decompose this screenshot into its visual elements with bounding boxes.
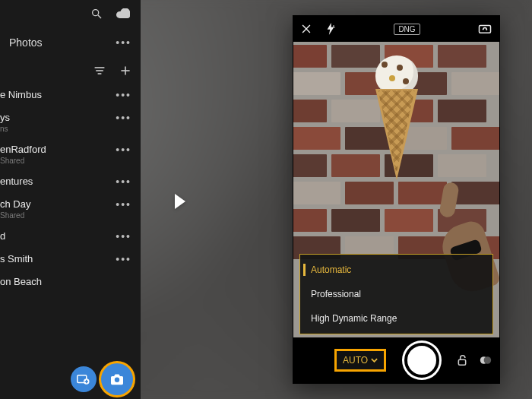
camera-viewfinder: Automatic Professional High Dynamic Rang… [293,42,499,337]
svg-rect-14 [458,359,465,365]
import-button[interactable] [71,366,97,392]
brick [293,127,340,150]
album-list: e Nimbus ••• ysns ••• enRadfordShared ••… [0,84,141,359]
mode-hdr[interactable]: High Dynamic Range [300,306,492,331]
more-icon[interactable]: ••• [116,176,131,188]
brick [293,72,340,95]
brick [293,45,327,68]
brick [345,182,394,204]
brick [331,154,380,177]
album-title: ys [0,112,10,123]
list-item[interactable]: ysns ••• [0,106,141,138]
camera-panel: A DNG [293,15,500,384]
album-title: entures [0,176,33,187]
svg-point-9 [115,378,119,382]
brick [438,100,486,122]
album-subtitle: Shared [0,157,46,165]
list-item[interactable]: on Beach [0,271,141,293]
brick [331,45,380,68]
brick [331,209,380,232]
camera-button[interactable] [101,363,133,395]
camera-bottombar: AUTO [293,337,499,383]
lock-open-icon[interactable] [457,354,467,366]
list-item[interactable]: e Nimbus ••• [0,84,141,106]
search-icon[interactable] [90,8,103,20]
album-subtitle: ns [0,125,10,133]
album-title: s Smith [0,253,33,264]
list-item[interactable]: s Smith ••• [0,248,141,271]
album-subtitle: Shared [0,211,30,220]
album-title: enRadford [0,144,46,155]
cloud-icon[interactable] [116,8,130,19]
brick [451,72,499,95]
sort-icon[interactable] [93,65,106,76]
svg-point-16 [484,356,492,364]
brick [451,127,499,150]
list-item[interactable]: enRadfordShared ••• [0,138,141,170]
all-photos-header[interactable]: Photos ••• [0,27,141,58]
more-icon[interactable]: ••• [116,112,131,124]
add-icon[interactable] [119,65,131,77]
more-icon[interactable]: ••• [116,36,131,49]
overlay-icon[interactable] [480,355,492,366]
album-title: on Beach [0,276,42,287]
dng-badge[interactable]: DNG [394,24,420,35]
brick [293,154,327,177]
flash-icon[interactable]: A [325,23,336,35]
more-icon[interactable]: ••• [116,144,131,156]
library-bottombar [0,359,141,399]
svg-text:A: A [332,24,335,29]
more-icon[interactable]: ••• [116,230,131,242]
list-item[interactable]: entures ••• [0,170,141,193]
flow-arrow-icon [175,194,185,209]
more-icon[interactable]: ••• [116,198,131,211]
more-icon[interactable]: ••• [116,89,131,101]
mode-professional[interactable]: Professional [300,282,492,306]
list-item[interactable]: d ••• [0,225,141,248]
brick [438,154,486,177]
more-icon[interactable]: ••• [116,253,131,265]
album-title: e Nimbus [0,89,42,100]
brick [331,100,380,122]
camera-topbar: A DNG [293,16,499,42]
brick [385,209,433,232]
brick [293,182,340,204]
all-photos-label: Photos [9,36,43,49]
capture-mode-menu: Automatic Professional High Dynamic Rang… [299,254,493,334]
switch-camera-icon[interactable] [478,24,492,34]
mode-automatic[interactable]: Automatic [300,258,492,282]
brick [293,100,327,122]
mode-selector-label: AUTO [343,355,368,366]
ice-cream-cone [375,89,418,180]
shutter-button[interactable] [404,343,439,378]
svg-line-1 [98,15,101,18]
mode-selector-button[interactable]: AUTO [334,349,386,372]
albums-toolbar [0,58,141,84]
library-panel: Photos ••• e Nimbus ••• ysns ••• enRadfo… [0,0,141,399]
library-topbar [0,0,141,27]
list-item[interactable]: ch DayShared ••• [0,193,141,225]
brick [293,209,327,232]
close-icon[interactable] [301,24,312,34]
svg-rect-13 [479,26,490,33]
chevron-down-icon [371,358,378,363]
album-title: d [0,230,5,242]
svg-point-0 [93,10,99,16]
album-title: ch Day [0,198,30,210]
brick [438,45,486,68]
